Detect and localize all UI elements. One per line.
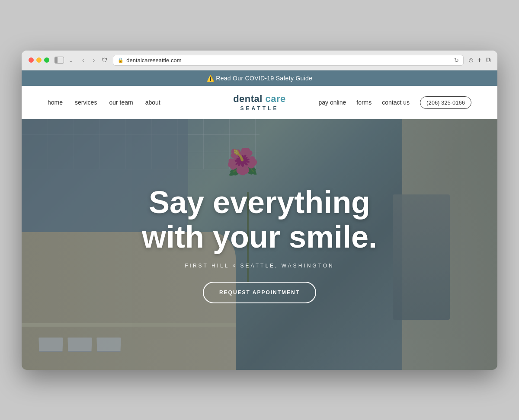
url-text: dentalcareseattle.com	[126, 57, 181, 64]
new-tab-icon[interactable]: +	[477, 56, 481, 64]
phone-button[interactable]: (206) 325-0166	[420, 96, 471, 109]
nav-home[interactable]: home	[48, 99, 63, 106]
browser-controls: ⌄	[54, 56, 75, 64]
back-button[interactable]: ‹	[80, 56, 86, 64]
logo[interactable]: dental care SEATTLE	[233, 93, 286, 111]
hero-content: Say everything with your smile. FIRST HI…	[22, 119, 497, 370]
covid-banner-text: Read Our COVID-19 Safety Guide	[216, 75, 312, 82]
request-appointment-button[interactable]: REQUEST APPOINTMENT	[203, 282, 316, 303]
minimize-button[interactable]	[36, 57, 42, 63]
nav-our-team[interactable]: our team	[109, 99, 133, 106]
logo-care: care	[266, 93, 286, 104]
lock-icon: 🔒	[118, 57, 124, 63]
shield-icon: 🛡	[102, 57, 108, 64]
logo-dental: dental	[233, 93, 265, 104]
chevron-icon: ⌄	[67, 56, 75, 64]
browser-actions: ⎋ + ⧉	[469, 56, 490, 64]
hero-location: FIRST HILL × SEATTLE, WASHINGTON	[185, 263, 334, 269]
nav-forms[interactable]: forms	[356, 99, 372, 106]
browser-chrome: ⌄ ‹ › 🛡 🔒 dentalcareseattle.com ↻ ⎋ + ⧉	[22, 51, 497, 70]
logo-text: dental care	[233, 93, 286, 105]
nav-right: pay online forms contact us (206) 325-01…	[318, 96, 471, 109]
nav-about[interactable]: about	[145, 99, 160, 106]
close-button[interactable]	[29, 57, 34, 63]
covid-banner[interactable]: ⚠️ Read Our COVID-19 Safety Guide	[22, 70, 497, 86]
nav-contact-us[interactable]: contact us	[382, 99, 410, 106]
address-bar[interactable]: 🔒 dentalcareseattle.com ↻	[113, 55, 463, 66]
refresh-icon[interactable]: ↻	[454, 57, 459, 64]
traffic-lights	[29, 57, 49, 63]
warning-icon: ⚠️	[207, 75, 214, 82]
nav-pay-online[interactable]: pay online	[318, 99, 346, 106]
browser-window: ⌄ ‹ › 🛡 🔒 dentalcareseattle.com ↻ ⎋ + ⧉ …	[22, 51, 497, 370]
nav-services[interactable]: services	[75, 99, 97, 106]
headline-line2: with your smile.	[142, 220, 377, 254]
share-icon[interactable]: ⎋	[469, 56, 473, 64]
hero-section: 🌺 Say everything with your smile. FIRST …	[22, 119, 497, 370]
navigation: home services our team about dental care…	[22, 86, 497, 119]
logo-seattle: SEATTLE	[233, 105, 286, 111]
maximize-button[interactable]	[44, 57, 49, 63]
sidebar-toggle[interactable]	[54, 57, 64, 64]
nav-left: home services our team about	[48, 99, 160, 106]
hero-headline: Say everything with your smile.	[142, 185, 377, 254]
headline-line1: Say everything	[142, 185, 377, 220]
tabs-icon[interactable]: ⧉	[486, 56, 490, 64]
forward-button[interactable]: ›	[91, 56, 97, 64]
